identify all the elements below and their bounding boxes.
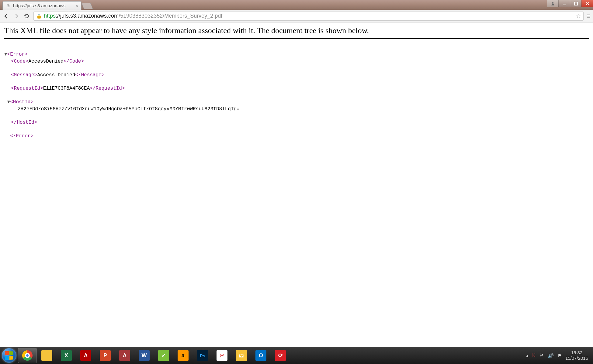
xml-text: E11E7C3F8A4F8CEA bbox=[43, 86, 90, 91]
minimize-icon bbox=[562, 2, 567, 6]
chrome-menu-button[interactable]: ≡ bbox=[587, 12, 591, 20]
xml-tree: ▼<Error> <Code>AccessDenied</Code> <Mess… bbox=[4, 44, 589, 146]
close-icon bbox=[585, 2, 590, 6]
collapse-toggle-icon[interactable]: ▼ bbox=[4, 52, 7, 57]
app-green-icon: ✓ bbox=[158, 350, 169, 361]
taskbar-app-photoshop[interactable]: Ps bbox=[193, 348, 212, 363]
collapse-toggle-icon[interactable]: ▼ bbox=[7, 99, 10, 105]
xml-tag: </Message> bbox=[75, 72, 104, 78]
photoshop-icon: Ps bbox=[197, 350, 208, 361]
taskbar-clock[interactable]: 15:32 15/07/2015 bbox=[565, 350, 588, 361]
taskbar-app-amazon[interactable]: a bbox=[174, 348, 192, 363]
adobe-reader-icon: A bbox=[80, 350, 91, 361]
arrow-left-icon bbox=[3, 13, 9, 19]
back-button[interactable] bbox=[2, 12, 10, 20]
new-tab-button[interactable] bbox=[81, 3, 93, 9]
system-tray: ▴ K 🏳 🔊 ⚑ 15:32 15/07/2015 bbox=[526, 350, 591, 361]
kaspersky-icon[interactable]: K bbox=[532, 353, 536, 358]
tray-overflow-button[interactable]: ▴ bbox=[526, 353, 529, 359]
volume-icon[interactable]: 🔊 bbox=[548, 353, 554, 359]
amazon-icon: a bbox=[178, 350, 189, 361]
xml-line: </Error> bbox=[4, 133, 33, 139]
taskbar-app-snipping[interactable]: ✂ bbox=[213, 348, 231, 363]
taskbar-app-creative-cloud[interactable]: ⟳ bbox=[271, 348, 290, 363]
xml-tag: <HostId> bbox=[10, 99, 33, 105]
xml-text: Access Denied bbox=[37, 72, 75, 78]
window-close-button[interactable] bbox=[581, 0, 593, 7]
taskbar-app-adobe-reader[interactable]: A bbox=[77, 348, 95, 363]
url-text: https://jufs.s3.amazonaws.com/5190388303… bbox=[44, 13, 222, 19]
chrome-user-button[interactable] bbox=[547, 0, 558, 7]
windows-logo-icon bbox=[5, 351, 13, 360]
chrome-icon bbox=[22, 350, 33, 361]
xml-line: <Message>Access Denied</Message> bbox=[4, 72, 589, 78]
tab-close-icon[interactable]: × bbox=[76, 3, 78, 8]
xml-tag: </Code> bbox=[64, 59, 84, 64]
tab-title: https://jufs.s3.amazonaws bbox=[13, 3, 73, 8]
clock-time: 15:32 bbox=[565, 350, 588, 355]
taskbar-app-chrome[interactable] bbox=[18, 348, 36, 363]
taskbar-app-outlook[interactable]: O bbox=[252, 348, 270, 363]
address-bar[interactable]: 🔒 https://jufs.s3.amazonaws.com/51903883… bbox=[33, 12, 584, 21]
taskbar-app-access[interactable]: A bbox=[116, 348, 134, 363]
outlook-icon: O bbox=[255, 350, 266, 361]
xml-tag: <Error> bbox=[7, 52, 28, 57]
clock-date: 15/07/2015 bbox=[565, 355, 588, 361]
xml-no-style-banner: This XML file does not appear to have an… bbox=[4, 26, 589, 39]
svg-rect-1 bbox=[563, 5, 566, 5]
page-favicon: 🗎 bbox=[6, 3, 11, 8]
snipping-icon: ✂ bbox=[217, 350, 227, 361]
taskbar-app-explorer[interactable] bbox=[38, 348, 56, 363]
xml-text: AccessDenied bbox=[29, 59, 64, 64]
user-icon bbox=[551, 2, 555, 6]
action-center-icon[interactable]: 🏳 bbox=[539, 353, 544, 358]
reload-button[interactable] bbox=[23, 12, 30, 20]
xml-line: <Code>AccessDenied</Code> bbox=[4, 58, 589, 65]
browser-toolbar: 🔒 https://jufs.s3.amazonaws.com/51903883… bbox=[0, 10, 593, 22]
svg-rect-2 bbox=[574, 2, 577, 5]
files-icon: 🗂 bbox=[236, 350, 247, 361]
url-scheme: https bbox=[44, 13, 56, 19]
url-path: /51903883032352/Members_Survey_2.pdf bbox=[119, 13, 222, 19]
svg-point-0 bbox=[552, 2, 553, 4]
window-controls bbox=[547, 0, 593, 7]
access-icon: A bbox=[119, 350, 130, 361]
window-maximize-button[interactable] bbox=[570, 0, 581, 7]
xml-line: ▼<Error> bbox=[4, 52, 28, 57]
xml-tag: </HostId> bbox=[11, 120, 37, 125]
taskbar-app-files[interactable]: 🗂 bbox=[232, 348, 251, 363]
xml-text: zH2eFDd/oSi58Hez/v1GfdXruW1OyWdHgcOa+P5Y… bbox=[18, 106, 240, 112]
xml-line: ▼<HostId> bbox=[4, 99, 33, 105]
arrow-right-icon bbox=[13, 13, 19, 19]
taskbar-app-app-green[interactable]: ✓ bbox=[154, 348, 173, 363]
explorer-icon bbox=[41, 350, 52, 361]
taskbar-app-word[interactable]: W bbox=[135, 348, 153, 363]
xml-tag: </RequestId> bbox=[90, 86, 125, 91]
xml-tag: <Message> bbox=[11, 72, 37, 78]
forward-button[interactable] bbox=[13, 12, 20, 20]
xml-line: </HostId> bbox=[4, 119, 589, 126]
window-minimize-button[interactable] bbox=[558, 0, 570, 7]
creative-cloud-icon: ⟳ bbox=[275, 350, 286, 361]
word-icon: W bbox=[139, 350, 150, 361]
xml-line: <RequestId>E11E7C3F8A4F8CEA</RequestId> bbox=[4, 85, 589, 92]
reload-icon bbox=[24, 13, 30, 19]
taskbar-apps: XAPAW✓aPs✂🗂O⟳ bbox=[18, 348, 290, 363]
windows-taskbar: XAPAW✓aPs✂🗂O⟳ ▴ K 🏳 🔊 ⚑ 15:32 15/07/2015 bbox=[0, 347, 593, 364]
browser-tab[interactable]: 🗎 https://jufs.s3.amazonaws × bbox=[2, 1, 81, 10]
powerpoint-icon: P bbox=[100, 350, 111, 361]
excel-icon: X bbox=[61, 350, 72, 361]
xml-tag: <RequestId> bbox=[11, 86, 43, 91]
network-icon[interactable]: ⚑ bbox=[557, 353, 562, 359]
bookmark-star-icon[interactable]: ☆ bbox=[576, 13, 581, 19]
page-content: This XML file does not appear to have an… bbox=[0, 22, 593, 347]
xml-tag: <Code> bbox=[11, 59, 29, 64]
lock-icon: 🔒 bbox=[36, 13, 42, 19]
taskbar-app-powerpoint[interactable]: P bbox=[96, 348, 114, 363]
maximize-icon bbox=[574, 2, 578, 6]
start-button[interactable] bbox=[2, 348, 16, 363]
taskbar-app-excel[interactable]: X bbox=[57, 348, 75, 363]
window-titlebar: 🗎 https://jufs.s3.amazonaws × bbox=[0, 0, 593, 10]
xml-line: zH2eFDd/oSi58Hez/v1GfdXruW1OyWdHgcOa+P5Y… bbox=[4, 106, 589, 112]
url-host: ://jufs.s3.amazonaws.com bbox=[56, 13, 119, 19]
